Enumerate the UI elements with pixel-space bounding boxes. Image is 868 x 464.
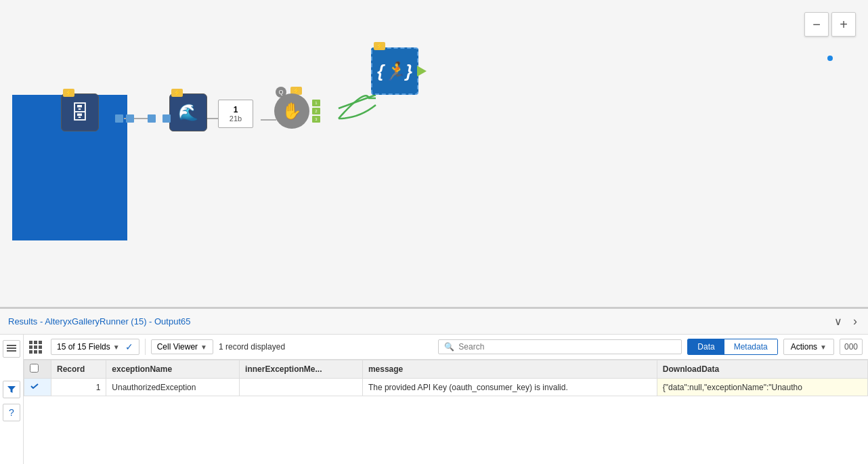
lightning-badge2: ⚡ — [171, 89, 183, 97]
json-output-arrow — [417, 66, 427, 77]
results-question-icon[interactable]: ? — [3, 404, 20, 421]
col-header-exception-name[interactable]: exceptionName — [106, 360, 240, 379]
node-text[interactable]: 1 21b — [218, 100, 253, 128]
text-node-line2: 21b — [230, 114, 242, 123]
data-table-container: Record exceptionName innerExceptionMe...… — [24, 360, 868, 464]
fields-dropdown[interactable]: 15 of 15 Fields ▼ ✓ — [51, 339, 139, 355]
results-body: ? — [0, 335, 868, 464]
port-2: 2 — [312, 108, 320, 114]
node-gear[interactable]: Q ⚡ ✋ 1 2 3 — [274, 93, 309, 129]
tab-data[interactable]: Data — [688, 339, 724, 354]
connector-dot-1 — [126, 114, 134, 123]
output-ports: 1 2 3 — [312, 100, 320, 123]
results-title: Results - AlteryxGalleryRunner (15) - Ou… — [8, 316, 826, 326]
svg-rect-2 — [148, 114, 156, 123]
zoom-controls: − + — [804, 12, 856, 37]
close-results-button[interactable]: › — [850, 314, 860, 329]
row-selector-icon — [30, 381, 39, 391]
col-header-download-data[interactable]: DownloadData — [657, 360, 867, 379]
results-header: Results - AlteryxGalleryRunner (15) - Ou… — [0, 309, 868, 335]
cell-viewer-label: Cell Viewer — [157, 342, 198, 352]
canvas-sidebar-icons — [0, 261, 5, 266]
cell-message: The provided API Key (oauth_consumer_key… — [362, 379, 657, 396]
record-count: 1 record displayed — [219, 342, 285, 352]
results-content: 15 of 15 Fields ▼ ✓ Cell Viewer ▼ 1 reco… — [24, 335, 868, 464]
filter-icon-svg — [7, 385, 16, 394]
cell-viewer-dropdown[interactable]: Cell Viewer ▼ — [151, 339, 213, 354]
search-icon: 🔍 — [444, 342, 454, 352]
results-toolbar: 15 of 15 Fields ▼ ✓ Cell Viewer ▼ 1 reco… — [24, 335, 868, 360]
node-database2[interactable]: ⚡ 🌊 — [169, 93, 207, 131]
cell-exception-name: UnauthorizedException — [106, 379, 240, 396]
results-filter-icon[interactable] — [3, 381, 20, 398]
cell-download-data: {"data":null,"exceptionName":"Unautho — [657, 379, 867, 396]
cell-viewer-chevron-icon: ▼ — [200, 343, 207, 351]
row-selector[interactable] — [24, 379, 51, 396]
search-box: 🔍 — [438, 339, 682, 354]
results-panel: Results - AlteryxGalleryRunner (15) - Ou… — [0, 308, 868, 464]
triple-dots-button[interactable]: 000 — [840, 339, 863, 355]
svg-line-5 — [339, 95, 376, 108]
port-1: 1 — [312, 100, 320, 106]
lightning-badge1: ⚡ — [63, 89, 74, 97]
gear-icon: ✋ 1 2 3 — [274, 93, 309, 129]
actions-chevron-icon: ▼ — [820, 343, 827, 351]
fields-chevron-icon: ▼ — [113, 343, 120, 351]
db2-icon: 🌊 — [178, 103, 198, 122]
connector-dot-2 — [162, 114, 171, 123]
fields-label: 15 of 15 Fields — [57, 342, 110, 352]
cell-record: 1 — [51, 379, 106, 396]
blue-dot — [827, 56, 833, 61]
actions-dropdown[interactable]: Actions ▼ — [783, 339, 834, 355]
node-json[interactable]: ⚡ {🏃} — [371, 47, 418, 95]
actions-label: Actions — [791, 342, 817, 352]
db1-icon: 🗄 — [70, 102, 89, 124]
collapse-button[interactable]: ∨ — [831, 315, 845, 328]
data-table: Record exceptionName innerExceptionMe...… — [24, 360, 868, 396]
svg-rect-6 — [7, 345, 16, 346]
question-icon-text: ? — [9, 407, 14, 418]
select-all-checkbox[interactable] — [30, 364, 39, 373]
lightning-badge4: ⚡ — [374, 42, 385, 50]
results-list-icon[interactable] — [3, 340, 20, 358]
tab-metadata[interactable]: Metadata — [724, 339, 777, 354]
table-row: 1 UnauthorizedException The provided API… — [24, 379, 868, 396]
svg-rect-8 — [7, 350, 16, 352]
col-header-checkbox[interactable] — [24, 360, 51, 379]
list-icon-svg — [7, 344, 16, 354]
node-database1[interactable]: ⚡ 🗄 — [61, 93, 99, 131]
connector-lines — [0, 0, 868, 307]
json-icon: {🏃} — [377, 61, 412, 82]
tab-group: Data Metadata — [687, 339, 777, 355]
port-3: 3 — [312, 116, 320, 123]
main-container: − + ⚡ 🗄 — [0, 0, 868, 464]
search-input[interactable] — [458, 342, 676, 352]
canvas-area: − + ⚡ 🗄 — [0, 0, 868, 308]
col-header-record[interactable]: Record — [51, 360, 106, 379]
table-header-row: Record exceptionName innerExceptionMe...… — [24, 360, 868, 379]
svg-rect-7 — [7, 347, 16, 349]
text-node-line1: 1 — [234, 105, 238, 114]
zoom-in-button[interactable]: + — [831, 12, 856, 37]
results-left-icons: ? — [0, 335, 24, 464]
zoom-out-button[interactable]: − — [804, 12, 829, 37]
col-header-message[interactable]: message — [362, 360, 657, 379]
cell-inner-exception — [240, 379, 363, 396]
fields-check-icon: ✓ — [125, 341, 133, 352]
grid-icon[interactable] — [29, 339, 45, 355]
json-node-box: ⚡ {🏃} — [371, 47, 418, 95]
col-header-inner-exception[interactable]: innerExceptionMe... — [240, 360, 363, 379]
toolbar-divider-1 — [145, 339, 146, 355]
